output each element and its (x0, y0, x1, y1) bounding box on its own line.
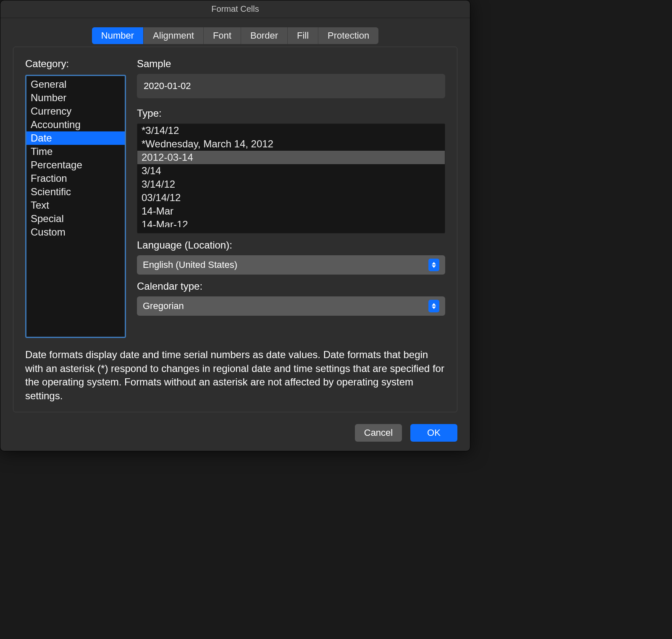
type-item[interactable]: 3/14 (137, 164, 445, 178)
category-item-scientific[interactable]: Scientific (26, 185, 125, 199)
stepper-icon (428, 259, 439, 271)
tab-bar: NumberAlignmentFontBorderFillProtection (92, 27, 378, 44)
tab-fill[interactable]: Fill (288, 27, 318, 44)
type-item[interactable]: *Wednesday, March 14, 2012 (137, 137, 445, 151)
calendar-label: Calendar type: (137, 280, 445, 292)
window-title: Format Cells (0, 0, 470, 18)
category-item-general[interactable]: General (26, 78, 125, 91)
tab-border[interactable]: Border (241, 27, 288, 44)
cancel-button[interactable]: Cancel (355, 424, 402, 442)
category-item-number[interactable]: Number (26, 91, 125, 105)
calendar-value: Gregorian (143, 301, 184, 312)
type-list[interactable]: *3/14/12*Wednesday, March 14, 20122012-0… (137, 123, 445, 233)
type-item[interactable]: 14-Mar-12 (137, 218, 445, 227)
stepper-icon (428, 300, 439, 312)
sample-value: 2020-01-02 (137, 74, 445, 98)
category-item-special[interactable]: Special (26, 212, 125, 225)
category-item-date[interactable]: Date (26, 131, 125, 145)
description-text: Date formats display date and time seria… (25, 348, 445, 403)
svg-marker-3 (432, 306, 436, 309)
language-value: English (United States) (143, 259, 237, 270)
category-item-percentage[interactable]: Percentage (26, 158, 125, 172)
language-label: Language (Location): (137, 239, 445, 251)
category-item-custom[interactable]: Custom (26, 225, 125, 239)
svg-marker-2 (432, 303, 436, 306)
category-label: Category: (25, 58, 126, 70)
type-item[interactable]: 2012-03-14 (137, 151, 445, 164)
category-item-time[interactable]: Time (26, 145, 125, 158)
type-item[interactable]: *3/14/12 (137, 124, 445, 137)
category-list[interactable]: GeneralNumberCurrencyAccountingDateTimeP… (25, 75, 126, 338)
sample-label: Sample (137, 58, 445, 70)
ok-button[interactable]: OK (410, 424, 457, 442)
tab-protection[interactable]: Protection (318, 27, 378, 44)
tab-number[interactable]: Number (92, 27, 144, 44)
tab-alignment[interactable]: Alignment (144, 27, 204, 44)
category-item-fraction[interactable]: Fraction (26, 172, 125, 185)
format-cells-dialog: Format Cells NumberAlignmentFontBorderFi… (0, 0, 470, 451)
category-item-currency[interactable]: Currency (26, 105, 125, 118)
tab-font[interactable]: Font (204, 27, 241, 44)
language-select[interactable]: English (United States) (137, 255, 445, 275)
calendar-select[interactable]: Gregorian (137, 296, 445, 316)
svg-marker-1 (432, 265, 436, 268)
type-item[interactable]: 03/14/12 (137, 191, 445, 204)
svg-marker-0 (432, 262, 436, 265)
category-item-accounting[interactable]: Accounting (26, 118, 125, 131)
type-item[interactable]: 3/14/12 (137, 178, 445, 191)
type-label: Type: (137, 107, 445, 119)
category-item-text[interactable]: Text (26, 199, 125, 212)
type-item[interactable]: 14-Mar (137, 204, 445, 218)
